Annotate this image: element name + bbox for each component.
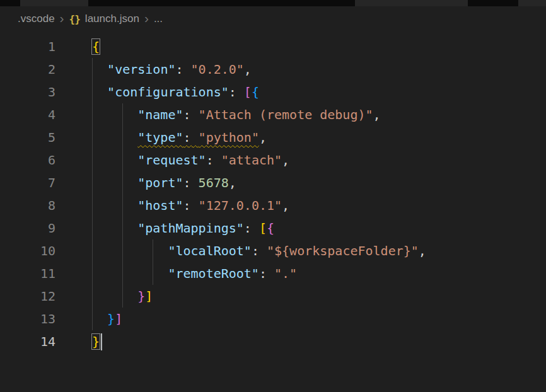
code-token: , [259, 130, 267, 145]
indent-guide [153, 262, 153, 285]
code-token: "name" [137, 107, 183, 122]
code-line[interactable]: 7 "port": 5678, [0, 171, 546, 194]
code-line-content[interactable]: "version": "0.2.0", [92, 58, 252, 81]
code-token: , [282, 153, 289, 168]
line-number: 10 [0, 239, 55, 262]
line-number: 6 [0, 149, 55, 171]
code-token: , [373, 107, 381, 122]
code-token: "configurations" [107, 84, 229, 100]
code-token: { [252, 84, 259, 100]
code-line-content[interactable]: { [92, 35, 100, 58]
code-token [92, 175, 137, 190]
code-token: , [229, 175, 236, 190]
code-line[interactable]: 12 }] [0, 285, 546, 308]
breadcrumb-folder[interactable]: .vscode [18, 13, 55, 25]
indent-guide [122, 217, 123, 239]
code-line-content[interactable]: "host": "127.0.0.1", [92, 194, 289, 217]
code-token: "host" [137, 198, 183, 213]
code-editor[interactable]: 1{2 "version": "0.2.0",3 "configurations… [0, 32, 546, 353]
code-token: } [137, 289, 145, 304]
code-line[interactable]: 8 "host": "127.0.0.1", [0, 194, 546, 217]
code-line[interactable]: 1{ [0, 35, 546, 58]
code-token: : [252, 243, 267, 258]
code-token: , [282, 198, 289, 213]
code-token: : [259, 266, 274, 281]
breadcrumb-file[interactable]: launch.json [85, 13, 139, 25]
code-token [92, 289, 137, 304]
line-number: 7 [0, 171, 55, 194]
code-line[interactable]: 11 "remoteRoot": "." [0, 262, 546, 285]
indent-guide [92, 217, 93, 239]
code-line[interactable]: 4 "name": "Attach (remote debug)", [0, 103, 546, 126]
indent-guide [92, 81, 93, 103]
code-token: : [175, 62, 190, 77]
code-token: 5678 [199, 175, 229, 190]
code-line[interactable]: 5 "type": "python", [0, 126, 546, 149]
code-token: [ [259, 221, 267, 236]
tab-strip-segment [518, 0, 546, 6]
code-line-content[interactable]: "name": "Attach (remote debug)", [92, 103, 381, 126]
code-line[interactable]: 10 "localRoot": "${workspaceFolder}", [0, 239, 546, 262]
code-token: "port" [137, 175, 183, 190]
code-line[interactable]: 9 "pathMappings": [{ [0, 217, 546, 239]
code-token: : [183, 130, 199, 145]
code-token: : [183, 107, 199, 122]
code-token: "type" [137, 130, 183, 145]
code-line[interactable]: 14} [0, 330, 546, 353]
code-token: } [92, 334, 100, 349]
code-token: : [183, 175, 199, 190]
code-token [92, 130, 137, 145]
indent-guide [92, 58, 93, 81]
code-line-content[interactable]: "request": "attach", [92, 149, 289, 171]
code-token: , [419, 243, 426, 258]
code-line-content[interactable]: } [92, 330, 102, 353]
code-line-content[interactable]: }] [92, 308, 122, 330]
line-number: 1 [0, 35, 55, 58]
line-number: 8 [0, 194, 55, 217]
code-line[interactable]: 2 "version": "0.2.0", [0, 58, 546, 81]
code-line-content[interactable]: "pathMappings": [{ [92, 217, 274, 239]
indent-guide [122, 171, 123, 194]
code-line[interactable]: 6 "request": "attach", [0, 149, 546, 171]
breadcrumb: .vscode › {} launch.json › ... [0, 6, 546, 32]
indent-guide [122, 126, 123, 149]
tab-strip-segment [355, 0, 468, 6]
code-token: "python" [199, 130, 259, 145]
code-line-content[interactable]: "remoteRoot": "." [92, 262, 297, 285]
indent-guide [92, 194, 93, 217]
code-line-content[interactable]: }] [92, 285, 153, 308]
code-line[interactable]: 13 }] [0, 308, 546, 330]
code-token [92, 198, 137, 213]
indent-guide [92, 308, 93, 330]
code-line-content[interactable]: "localRoot": "${workspaceFolder}", [92, 239, 426, 262]
code-token: "." [274, 266, 297, 281]
chevron-right-icon: › [144, 11, 149, 25]
indent-guide [92, 171, 93, 194]
line-number: 12 [0, 285, 55, 308]
breadcrumb-more[interactable]: ... [154, 13, 163, 25]
code-token: "request" [137, 153, 206, 168]
tab-bar-strip [0, 0, 546, 6]
code-token: { [267, 221, 274, 236]
text-cursor [101, 333, 102, 350]
code-line-content[interactable]: "configurations": [{ [92, 81, 259, 103]
code-line-content[interactable]: "port": 5678, [92, 171, 236, 194]
line-number: 11 [0, 262, 55, 285]
indent-guide [92, 149, 93, 171]
code-token: ] [145, 289, 153, 304]
line-number: 5 [0, 126, 55, 149]
code-line-content[interactable]: "type": "python", [92, 126, 267, 149]
code-token: : [244, 221, 259, 236]
code-token [92, 84, 107, 100]
code-token: "localRoot" [168, 243, 251, 258]
line-number: 3 [0, 81, 55, 103]
code-token: : [229, 84, 244, 100]
code-token: : [206, 153, 221, 168]
code-token: "127.0.0.1" [199, 198, 282, 213]
indent-guide [92, 262, 93, 285]
code-line[interactable]: 3 "configurations": [{ [0, 81, 546, 103]
code-token: : [183, 198, 199, 213]
code-token: "version" [107, 62, 175, 77]
code-token: "remoteRoot" [168, 266, 259, 281]
code-token: "0.2.0" [191, 62, 244, 77]
